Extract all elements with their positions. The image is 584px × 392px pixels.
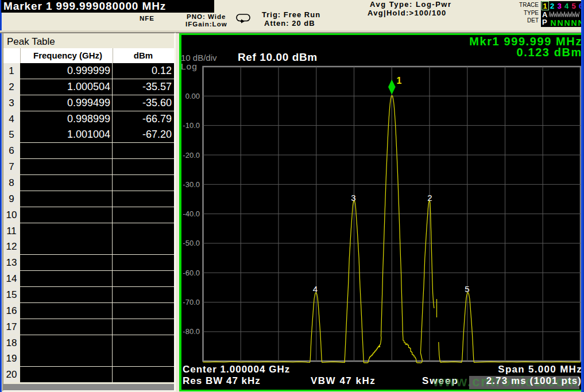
svg-text:-30.0: -30.0: [183, 180, 200, 189]
svg-text:0.00: 0.00: [185, 92, 200, 100]
svg-text:3: 3: [351, 193, 355, 203]
svg-text:-70.0: -70.0: [183, 298, 200, 306]
svg-text:-50.0: -50.0: [183, 239, 200, 247]
svg-text:2: 2: [427, 193, 432, 203]
svg-text:-20.0: -20.0: [183, 151, 200, 160]
svg-text:5: 5: [465, 284, 469, 294]
svg-text:1: 1: [397, 76, 402, 86]
svg-text:-10.0: -10.0: [183, 121, 200, 130]
svg-text:4: 4: [313, 284, 318, 294]
svg-text:-60.0: -60.0: [183, 269, 200, 277]
svg-text:-80.0: -80.0: [183, 327, 200, 336]
svg-text:-40.0: -40.0: [183, 209, 200, 218]
